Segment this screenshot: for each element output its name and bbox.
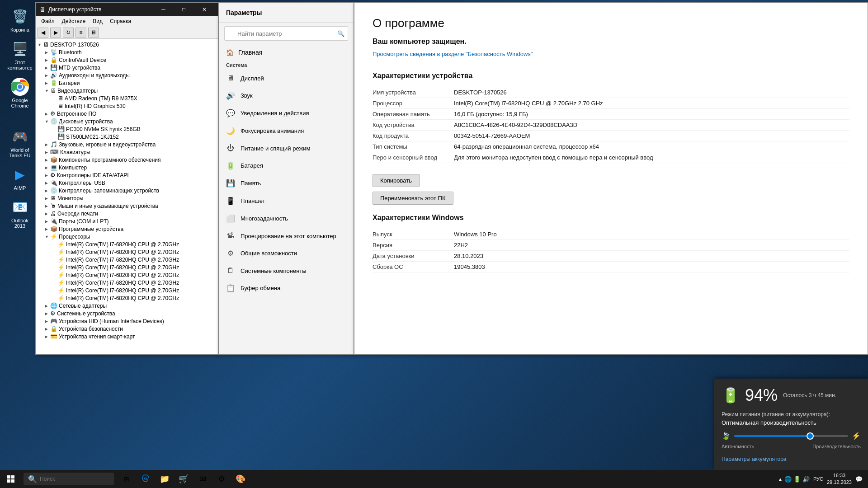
tree-intel-hd[interactable]: 🖥 Intel(R) HD Graphics 530: [52, 102, 216, 110]
tree-bluetooth[interactable]: ▶ 📡 Bluetooth: [45, 48, 216, 56]
menu-file[interactable]: Файл: [38, 17, 58, 25]
tree-firmware[interactable]: ▶ ⚙ Встроенное ПО: [45, 110, 216, 117]
tree-root[interactable]: ▼ 🖥 DESKTOP-1370526: [38, 41, 216, 48]
tree-cpu-5[interactable]: ⚡Intel(R) Core(TM) i7-6820HQ CPU @ 2.70G…: [52, 271, 216, 279]
tree-hid[interactable]: ▶ 🎮 Устройства HID (Human Interface Devi…: [45, 317, 216, 325]
tree-network[interactable]: ▶ 🌐 Сетевые адаптеры: [45, 302, 216, 310]
recycle-bin-icon[interactable]: 🗑️ Корзина: [4, 4, 36, 36]
toolbar-back[interactable]: ◀: [38, 28, 48, 38]
components-label: Системные компоненты: [241, 267, 307, 274]
tray-notification[interactable]: 💬: [854, 476, 864, 483]
tree-processors[interactable]: ▼ ⚡ Процессоры: [45, 233, 216, 240]
tray-language[interactable]: РУС: [811, 476, 825, 482]
tree-cpu-3[interactable]: ⚡Intel(R) Core(TM) i7-6820HQ CPU @ 2.70G…: [52, 256, 216, 263]
tree-computer[interactable]: ▶ 💻 Компьютер: [45, 164, 216, 171]
tree-usb[interactable]: ▶ 🔌 Контроллеры USB: [45, 179, 216, 187]
tree-software-dev[interactable]: ▶ 📦 Программные устройства: [45, 225, 216, 233]
close-button[interactable]: ✕: [194, 3, 214, 16]
settings-battery[interactable]: 🔋 Батарея: [219, 157, 354, 174]
tree-cpu-1[interactable]: ⚡Intel(R) Core(TM) i7-6820HQ CPU @ 2.70G…: [52, 240, 216, 248]
tree-ports[interactable]: ▶ 🔌 Порты (COM и LPT): [45, 217, 216, 225]
taskbar-mail[interactable]: ✉: [193, 470, 212, 488]
tree-audio[interactable]: ▶ 🔊 Аудиовходы и аудиовыходы: [45, 71, 216, 79]
taskbar-explorer[interactable]: 📁: [156, 470, 174, 488]
rename-button[interactable]: Переименовать этот ПК: [373, 192, 453, 205]
tree-keyboards[interactable]: ▶ ⌨ Клавиатуры: [45, 148, 216, 156]
tray-battery-icon[interactable]: 🔋: [793, 476, 801, 483]
settings-search-input[interactable]: [224, 26, 348, 41]
memory-label: Память: [241, 180, 261, 187]
taskbar-store[interactable]: 🛒: [175, 470, 193, 488]
settings-multitask[interactable]: ⬜ Многозадачность: [219, 210, 354, 227]
tree-mice[interactable]: ▶ 🖱 Мыши и иные указывающие устройства: [45, 202, 216, 210]
product-code-row: Код продукта 00342-50514-72669-AAOEM: [373, 131, 849, 141]
settings-tablet[interactable]: 📱 Планшет: [219, 192, 354, 210]
menu-action[interactable]: Действие: [58, 17, 90, 25]
svg-rect-4: [7, 475, 10, 479]
tree-cpu-8[interactable]: ⚡Intel(R) Core(TM) i7-6820HQ CPU @ 2.70G…: [52, 294, 216, 302]
chrome-icon[interactable]: Google Chrome: [4, 74, 36, 124]
taskbar-extra[interactable]: 🎨: [231, 470, 250, 488]
toolbar-properties[interactable]: ≡: [75, 28, 86, 38]
toolbar-forward[interactable]: ▶: [50, 28, 61, 38]
display-label: Дисплей: [241, 75, 264, 82]
settings-features[interactable]: ⚙ Общие возможности: [219, 244, 354, 262]
tree-system-devices[interactable]: ▶ ⚙ Системные устройства: [45, 310, 216, 317]
tree-software-comp[interactable]: ▶ 📦 Компоненты программного обеспечения: [45, 156, 216, 164]
tree-print-queues[interactable]: ▶ 🖨 Очереди печати: [45, 210, 216, 217]
tree-controlvault[interactable]: ▶ 🔒 ControlVault Device: [45, 56, 216, 64]
taskbar-app-icons: ⊞ 📁 🛒 ✉ ⚙ 🎨: [118, 470, 250, 488]
tree-cpu-6[interactable]: ⚡Intel(R) Core(TM) i7-6820HQ CPU @ 2.70G…: [52, 279, 216, 286]
outlook-icon[interactable]: 📧 Outlook 2013: [4, 194, 36, 232]
minimize-button[interactable]: ─: [153, 3, 174, 16]
tree-nvme[interactable]: 💾 PC300 NVMe SK hynix 256GB: [52, 125, 216, 133]
settings-clipboard[interactable]: 📋 Буфер обмена: [219, 279, 354, 297]
taskbar-taskview[interactable]: ⊞: [118, 470, 136, 488]
this-computer-icon[interactable]: 🖥️ Этот компьютер: [4, 36, 36, 74]
copy-button[interactable]: Копировать: [373, 174, 420, 187]
menu-view[interactable]: Вид: [89, 17, 106, 25]
tree-monitors[interactable]: ▶ 🖥 Мониторы: [45, 194, 216, 202]
settings-components[interactable]: 🗒 Системные компоненты: [219, 262, 354, 279]
start-button[interactable]: [0, 470, 22, 488]
tray-chevron[interactable]: ▲: [778, 477, 783, 482]
settings-sound[interactable]: 🔊 Звук: [219, 87, 354, 104]
tree-video[interactable]: ▼ 🖥 Видеоадаптеры: [45, 87, 216, 94]
tree-storage-ctrl[interactable]: ▶ 💿 Контроллеры запоминающих устройств: [45, 187, 216, 194]
tree-cpu-7[interactable]: ⚡Intel(R) Core(TM) i7-6820HQ CPU @ 2.70G…: [52, 286, 216, 294]
battery-settings-link[interactable]: Параметры аккумулятора: [722, 456, 786, 462]
settings-home-item[interactable]: 🏠 Главная: [219, 44, 354, 61]
world-of-tanks-icon[interactable]: 🎮 World of Tanks EU: [4, 124, 36, 162]
settings-display[interactable]: 🖥 Дисплей: [219, 70, 354, 87]
maximize-button[interactable]: □: [174, 3, 194, 16]
tree-cpu-4[interactable]: ⚡Intel(R) Core(TM) i7-6820HQ CPU @ 2.70G…: [52, 263, 216, 271]
toolbar-refresh[interactable]: ↻: [63, 28, 74, 38]
toolbar-devmgmt[interactable]: 🖥: [88, 28, 99, 38]
taskbar-settings[interactable]: ⚙: [212, 470, 231, 488]
tray-volume-icon[interactable]: 🔊: [802, 476, 810, 483]
tree-mtd[interactable]: ▶ 💾 MTD-устройства: [45, 64, 216, 71]
taskbar-search-input[interactable]: [40, 476, 109, 482]
tree-smartcard[interactable]: ▶ 💳 Устройства чтения смарт-карт: [45, 333, 216, 340]
tree-security[interactable]: ▶ 🔒 Устройства безопасности: [45, 325, 216, 333]
security-link[interactable]: Просмотреть сведения в разделе "Безопасн…: [373, 50, 849, 58]
about-protected-text: Ваш компьютер защищен.: [373, 38, 849, 46]
tree-hdd[interactable]: 💾 ST500LM021-1KJ152: [52, 133, 216, 141]
tree-amd[interactable]: 🖥 AMD Radeon (TM) R9 M375X: [52, 94, 216, 102]
battery-slider[interactable]: [734, 435, 848, 437]
tree-ide[interactable]: ▶ ⚙ Контроллеры IDE ATA/ATAPI: [45, 171, 216, 179]
taskbar-edge[interactable]: [137, 470, 155, 488]
settings-focus[interactable]: 🌙 Фокусировка внимания: [219, 122, 354, 140]
settings-projection[interactable]: 📽 Проецирование на этот компьютер: [219, 227, 354, 244]
menu-help[interactable]: Справка: [106, 17, 135, 25]
aimp-icon[interactable]: ▶ AIMP: [4, 162, 36, 194]
tree-disks[interactable]: ▼ 💿 Дисковые устройства: [45, 117, 216, 125]
tree-cpu-2[interactable]: ⚡Intel(R) Core(TM) i7-6820HQ CPU @ 2.70G…: [52, 248, 216, 256]
tree-sound-devices[interactable]: ▶ 🎵 Звуковые, игровые и видеоустройства: [45, 141, 216, 148]
svg-rect-6: [7, 479, 10, 483]
tree-batteries[interactable]: ▶ 🔋 Батареи: [45, 79, 216, 87]
settings-power[interactable]: ⏻ Питание и спящий режим: [219, 140, 354, 157]
settings-memory[interactable]: 💾 Память: [219, 174, 354, 192]
settings-notifications[interactable]: 💬 Уведомления и действия: [219, 104, 354, 122]
taskbar-search-box[interactable]: 🔍: [24, 473, 114, 485]
